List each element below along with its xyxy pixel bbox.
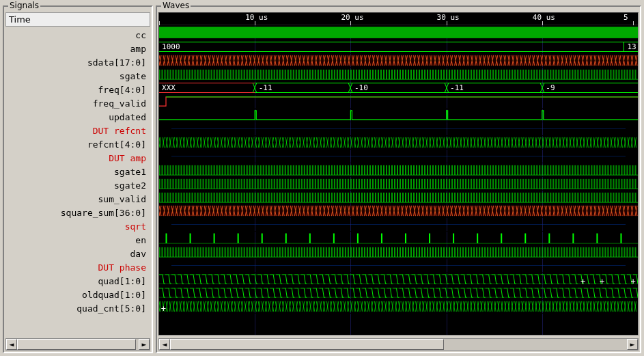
wave-row-oldquad[interactable] xyxy=(159,286,638,300)
signal-row[interactable]: sdata[17:0] xyxy=(5,55,150,69)
bus-value: -9 xyxy=(544,83,556,92)
wave-row-amp[interactable]: 100013 xyxy=(159,40,638,54)
scroll-right-icon[interactable]: ► xyxy=(627,339,638,350)
signal-row[interactable]: refcnt[4:0] xyxy=(5,137,150,151)
wave-row-dav[interactable] xyxy=(159,245,638,259)
waves-panel: Waves 010 us20 us30 us40 us5 100013XXX-1… xyxy=(156,5,641,353)
scroll-left-icon[interactable]: ◄ xyxy=(6,339,17,350)
scroll-thumb[interactable] xyxy=(17,339,136,350)
overflow-marker: + xyxy=(630,277,635,286)
signal-row[interactable]: sgate2 xyxy=(5,178,150,192)
scroll-left-icon[interactable]: ◄ xyxy=(159,339,170,350)
signal-row[interactable]: sum_valid xyxy=(5,192,150,206)
time-header[interactable]: Time xyxy=(5,12,150,27)
wave-row-freq[interactable]: XXX-11-10-11-9 xyxy=(159,81,638,95)
wave-row-sgate2[interactable] xyxy=(159,177,638,191)
wave-row-refcnt[interactable] xyxy=(159,136,638,150)
signal-row[interactable]: dav xyxy=(5,247,150,260)
signals-panel-title: Signals xyxy=(8,1,40,10)
scroll-track[interactable] xyxy=(17,339,139,350)
wave-row-sgate[interactable] xyxy=(159,68,638,81)
signal-row[interactable]: freq[4:0] xyxy=(5,83,150,96)
scroll-track[interactable] xyxy=(170,339,627,350)
signals-panel: Signals Time ccampsdata[17:0]sgatefreq[4… xyxy=(3,5,153,353)
signal-row[interactable]: updated xyxy=(5,110,150,124)
wave-row-dut-refcnt[interactable] xyxy=(159,122,638,136)
signal-row[interactable]: square_sum[36:0] xyxy=(5,206,150,219)
bus-value: -10 xyxy=(353,83,369,92)
bus-value: -11 xyxy=(257,83,274,92)
signals-hscrollbar[interactable]: ◄ ► xyxy=(5,338,150,351)
bus-value: -11 xyxy=(449,83,465,92)
overflow-marker: + xyxy=(580,277,585,286)
svg-rect-0 xyxy=(159,27,638,38)
signal-row[interactable]: sqrt xyxy=(5,219,150,233)
signal-row[interactable]: oldquad[1:0] xyxy=(5,288,150,301)
signal-row[interactable]: cc xyxy=(5,28,150,42)
wave-row-square_sum[interactable] xyxy=(159,204,638,218)
wave-row-dut-phase[interactable] xyxy=(159,259,638,273)
waves-panel-title: Waves xyxy=(161,1,191,10)
overflow-marker: + xyxy=(161,304,166,314)
signal-row[interactable]: sgate xyxy=(5,69,150,83)
bus-value: 1000 xyxy=(160,42,182,51)
wave-row-cc[interactable] xyxy=(159,25,638,40)
wave-row-quad[interactable]: +++ xyxy=(159,273,638,286)
wave-row-dut-amp[interactable] xyxy=(159,150,638,163)
signal-row[interactable]: freq_valid xyxy=(5,96,150,110)
wave-row-updated[interactable] xyxy=(159,109,638,122)
signal-row[interactable]: quad[1:0] xyxy=(5,274,150,288)
wave-row-en[interactable] xyxy=(159,232,638,245)
scroll-right-icon[interactable]: ► xyxy=(139,339,150,350)
signal-list[interactable]: ccampsdata[17:0]sgatefreq[4:0]freq_valid… xyxy=(4,28,152,337)
wave-row-sum_valid[interactable] xyxy=(159,191,638,204)
wave-row-sgate1[interactable] xyxy=(159,163,638,177)
signal-row[interactable]: DUT refcnt xyxy=(5,124,150,137)
signal-row[interactable]: DUT phase xyxy=(5,260,150,274)
wave-rows: 100013XXX-11-10-11-9++++ xyxy=(159,25,638,314)
scroll-thumb[interactable] xyxy=(170,339,444,350)
signal-row[interactable]: DUT amp xyxy=(5,151,150,165)
bus-value: 13 xyxy=(626,42,637,51)
waveform-canvas[interactable]: 010 us20 us30 us40 us5 100013XXX-11-10-1… xyxy=(158,12,639,336)
bus-value: XXX xyxy=(160,83,177,92)
signal-row[interactable]: sgate1 xyxy=(5,165,150,178)
overflow-marker: + xyxy=(600,277,604,286)
signal-row[interactable]: quad_cnt[5:0] xyxy=(5,301,150,315)
time-ruler[interactable]: 010 us20 us30 us40 us5 xyxy=(159,13,638,25)
wave-row-sdata[interactable] xyxy=(159,54,638,68)
signal-row[interactable]: en xyxy=(5,233,150,247)
wave-row-sqrt[interactable] xyxy=(159,218,638,232)
wave-row-freq_valid[interactable] xyxy=(159,95,638,109)
wave-row-quad_cnt[interactable]: + xyxy=(159,300,638,314)
waves-hscrollbar[interactable]: ◄ ► xyxy=(158,338,639,351)
signal-row[interactable]: amp xyxy=(5,42,150,55)
